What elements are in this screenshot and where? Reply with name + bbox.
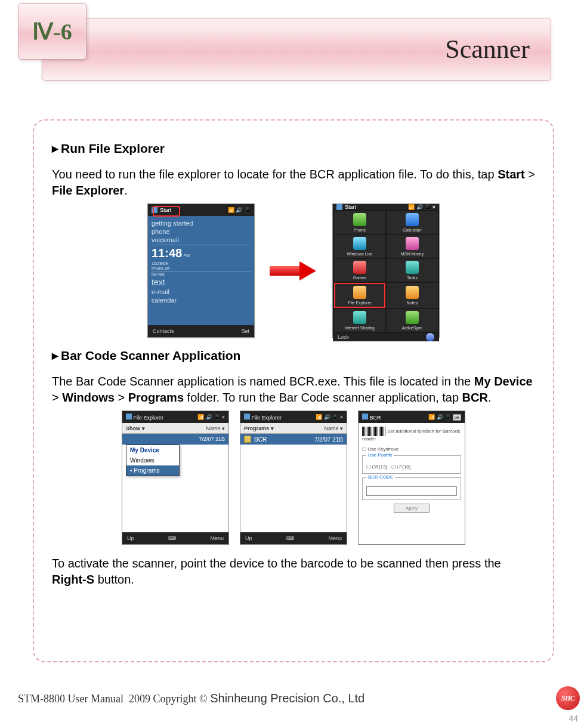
title-banner: Scanner [42, 18, 551, 81]
screenshot-start-menu: Start 📶 🔊 📱 × Phone Calculator Windows L… [332, 203, 440, 338]
banner-title: Scanner [445, 34, 530, 64]
heading-bcr-app: ▶Bar Code Scanner Application [52, 348, 535, 363]
heading-run-file-explorer: ▶Run File Explorer [52, 141, 535, 156]
apply-button: Apply [394, 504, 430, 513]
triangle-icon: ▶ [52, 144, 58, 153]
screenshot-start-home: Start 📶 🔊 📱 getting started phone voicem… [147, 203, 255, 338]
screenshot-row-2: File Explorer📶 🔊 📱 × ShowName 7/2/07 21B… [52, 411, 535, 545]
footer-manual: STM-8800 User Manual [18, 693, 123, 705]
para-activate-scanner: To activate the scanner, point the devic… [52, 556, 535, 588]
screenshot-row-1: Start 📶 🔊 📱 getting started phone voicem… [52, 203, 535, 338]
windows-flag-icon [362, 414, 368, 419]
file-icon [244, 436, 251, 443]
footer-company: Shinheung Precision Co., Ltd [210, 692, 364, 705]
screenshot-fe-bcr: File Explorer📶 🔊 📱 × ProgramsName BCR7/2… [240, 411, 347, 545]
windows-flag-icon [126, 414, 132, 419]
page-header: Scanner Ⅳ-6 [0, 0, 587, 95]
page-number: 44 [569, 714, 578, 723]
start-highlight [153, 206, 180, 217]
section-number: Ⅳ-6 [32, 18, 72, 45]
screenshot-bcr-app: BCR📶 🔊 📱 ok Set additional function for … [358, 411, 465, 545]
shc-logo-icon: SHC [556, 686, 580, 710]
triangle-icon: ▶ [52, 351, 58, 360]
windows-flag-icon [336, 204, 342, 210]
footer-copyright: 2009 Copyright © [129, 693, 208, 705]
bcr-code-input [366, 486, 457, 496]
windows-flag-icon [244, 414, 250, 419]
page-footer: STM-8800 User Manual 2009 Copyright © Sh… [18, 686, 580, 710]
para-bcr-app: The Bar Code Scanner application is name… [52, 374, 535, 406]
barcode-icon [362, 427, 386, 436]
file-explorer-highlight: File Explorer [334, 283, 385, 308]
screenshot-fe-menu: File Explorer📶 🔊 📱 × ShowName 7/2/07 21B… [122, 411, 229, 545]
content-box: ▶Run File Explorer You need to run the f… [33, 119, 554, 662]
para-run-file-explorer: You need to run the file explorer to loc… [52, 166, 535, 199]
section-tab: Ⅳ-6 [18, 3, 86, 60]
arrow-icon [270, 263, 317, 279]
